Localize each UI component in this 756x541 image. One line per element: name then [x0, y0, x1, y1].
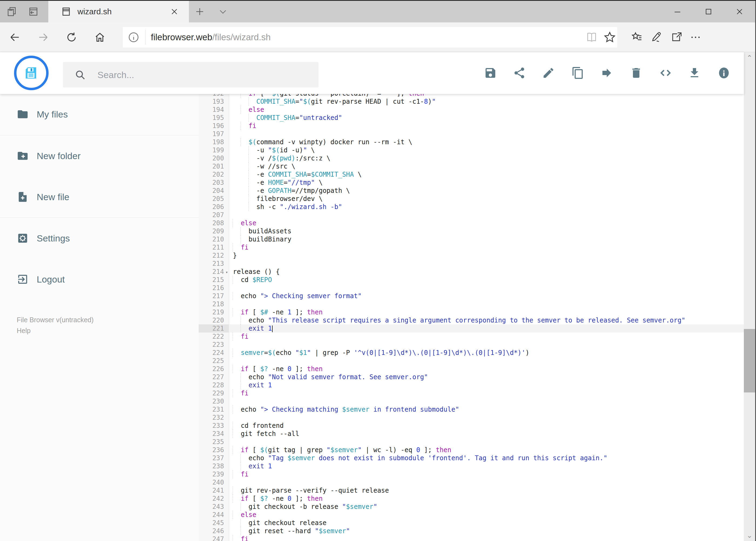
- code-line-239[interactable]: 239 fi: [199, 470, 744, 478]
- maximize-button[interactable]: [703, 7, 714, 16]
- more-menu-icon[interactable]: [690, 31, 701, 43]
- code-line-232[interactable]: 232: [199, 413, 744, 422]
- code-line-210[interactable]: 210 buildBinary: [199, 235, 744, 244]
- copy-button[interactable]: [568, 63, 588, 83]
- code-line-220[interactable]: 220 echo "This release script requires a…: [199, 316, 744, 324]
- code-line-225[interactable]: 225: [199, 357, 744, 365]
- code-line-212[interactable]: 212}: [199, 252, 744, 260]
- code-line-219[interactable]: 219 if [ $# -ne 1 ]; then: [199, 308, 744, 316]
- code-line-234[interactable]: 234 git fetch --all: [199, 430, 744, 438]
- code-line-197[interactable]: 197: [199, 130, 744, 138]
- code-line-238[interactable]: 238 exit 1: [199, 462, 744, 470]
- code-line-201[interactable]: 201 -w //src \: [199, 162, 744, 171]
- code-line-213[interactable]: 213: [199, 260, 744, 268]
- close-window-button[interactable]: [734, 7, 745, 16]
- code-line-195[interactable]: 195 COMMIT_SHA="untracked": [199, 114, 744, 122]
- code-line-194[interactable]: 194 else: [199, 106, 744, 114]
- restore-tabs-icon[interactable]: [28, 6, 38, 17]
- save-button[interactable]: [481, 63, 500, 83]
- code-line-200[interactable]: 200 -v /$(pwd):/src:z \: [199, 154, 744, 162]
- tab-close-icon[interactable]: [169, 7, 179, 16]
- web-notes-pen-icon[interactable]: [651, 31, 662, 43]
- info-button[interactable]: [714, 63, 734, 83]
- code-line-243[interactable]: 243 git checkout -b release "$semver": [199, 503, 744, 511]
- edit-button[interactable]: [539, 63, 558, 83]
- code-line-226[interactable]: 226 if [ $? -ne 0 ]; then: [199, 365, 744, 373]
- favorite-star-icon[interactable]: [603, 31, 616, 44]
- code-line-198[interactable]: 198 $(command -v winpty) docker run --rm…: [199, 138, 744, 146]
- home-icon[interactable]: [94, 31, 106, 43]
- code-line-240[interactable]: 240: [199, 478, 744, 486]
- page-scrollbar[interactable]: ⌃ ⌄: [744, 52, 755, 541]
- code-line-205[interactable]: 205 filebrowser/dev \: [199, 195, 744, 203]
- code-line-192[interactable]: 192 if [ "$(git status --porcelain)" = "…: [199, 94, 744, 98]
- fold-arrow-icon[interactable]: ▾: [225, 268, 229, 276]
- code-line-215[interactable]: 215 cd $REPO: [199, 276, 744, 284]
- code-line-233[interactable]: 233 cd frontend: [199, 422, 744, 430]
- favorites-hub-icon[interactable]: [631, 31, 643, 43]
- code-line-202[interactable]: 202 -e COMMIT_SHA=$COMMIT_SHA \: [199, 171, 744, 179]
- code-line-228[interactable]: 228 exit 1: [199, 381, 744, 389]
- help-link[interactable]: Help: [17, 327, 31, 335]
- url-bar[interactable]: filebrowser.web/files/wizard.sh: [123, 27, 617, 48]
- code-line-247[interactable]: 247 fi: [199, 535, 744, 541]
- code-line-196[interactable]: 196 fi: [199, 122, 744, 130]
- code-line-218[interactable]: 218: [199, 300, 744, 308]
- code-line-208[interactable]: 208 else: [199, 219, 744, 227]
- code-line-214[interactable]: 214▾release () {: [199, 268, 744, 276]
- scrollbar-thumb[interactable]: [744, 329, 755, 392]
- new-tab-icon[interactable]: [194, 6, 206, 18]
- code-line-242[interactable]: 242 if [ $? -ne 0 ]; then: [199, 495, 744, 503]
- code-line-241[interactable]: 241 git rev-parse --verify --quiet relea…: [199, 486, 744, 495]
- search-input[interactable]: Search...: [63, 62, 319, 88]
- delete-button[interactable]: [627, 63, 646, 83]
- code-line-224[interactable]: 224 semver=$(echo "$1" | grep -P '^v(0|[…: [199, 349, 744, 357]
- back-icon[interactable]: [9, 31, 21, 43]
- share-button[interactable]: [510, 63, 529, 83]
- tab-preview-chevron-icon[interactable]: [217, 7, 228, 16]
- forward-icon[interactable]: [37, 31, 49, 43]
- code-line-222[interactable]: 222 fi: [199, 332, 744, 340]
- set-aside-tabs-icon[interactable]: [7, 6, 18, 17]
- code-line-207[interactable]: 207: [199, 211, 744, 219]
- share-page-icon[interactable]: [671, 31, 682, 43]
- code-line-223[interactable]: 223: [199, 340, 744, 349]
- code-line-236[interactable]: 236 if [ $(git tag | grep "$semver" | wc…: [199, 446, 744, 454]
- scroll-up-icon[interactable]: ⌃: [744, 52, 755, 64]
- code-line-211[interactable]: 211 fi: [199, 244, 744, 252]
- sidebar-item-settings[interactable]: Settings: [0, 226, 199, 251]
- sidebar-item-new-file[interactable]: New file: [0, 185, 199, 209]
- code-line-221[interactable]: 221 exit 1: [199, 324, 744, 332]
- code-line-246[interactable]: 246 git reset --hard "$semver": [199, 527, 744, 535]
- code-line-206[interactable]: 206 sh -c "./wizard.sh -b": [199, 203, 744, 211]
- move-button[interactable]: [597, 63, 617, 83]
- sidebar-item-logout[interactable]: Logout: [0, 267, 199, 291]
- code-line-245[interactable]: 245 git checkout release: [199, 519, 744, 527]
- sidebar-item-new-folder[interactable]: New folder: [0, 144, 199, 168]
- download-button[interactable]: [685, 63, 704, 83]
- code-line-227[interactable]: 227 echo "Not valid semver format. See s…: [199, 373, 744, 381]
- filebrowser-logo[interactable]: [14, 56, 49, 90]
- code-line-216[interactable]: 216: [199, 284, 744, 292]
- reading-view-icon[interactable]: [586, 31, 598, 43]
- site-info-icon[interactable]: [127, 31, 139, 43]
- browser-tab[interactable]: wizard.sh: [48, 1, 189, 22]
- code-line-209[interactable]: 209 buildAssets: [199, 227, 744, 235]
- code-line-237[interactable]: 237 echo "Tag $semver does not exist in …: [199, 454, 744, 462]
- refresh-icon[interactable]: [66, 31, 78, 43]
- code-line-231[interactable]: 231 echo "> Checking matching $semver in…: [199, 405, 744, 413]
- code-line-229[interactable]: 229 fi: [199, 389, 744, 397]
- code-line-244[interactable]: 244 else: [199, 511, 744, 519]
- minimize-button[interactable]: [672, 7, 683, 16]
- code-line-230[interactable]: 230: [199, 397, 744, 405]
- code-line-217[interactable]: 217 echo "> Checking semver format": [199, 292, 744, 300]
- code-line-193[interactable]: 193 COMMIT_SHA="$(git rev-parse HEAD | c…: [199, 98, 744, 106]
- code-line-235[interactable]: 235: [199, 438, 744, 446]
- code-editor[interactable]: 192 if [ "$(git status --porcelain)" = "…: [199, 94, 744, 541]
- code-view-button[interactable]: [656, 63, 675, 83]
- code-line-199[interactable]: 199 -u "$(id -u)" \: [199, 146, 744, 154]
- sidebar-item-my-files[interactable]: My files: [0, 102, 199, 126]
- url-text[interactable]: filebrowser.web/files/wizard.sh: [151, 27, 271, 48]
- code-line-204[interactable]: 204 -e GOPATH=//tmp/gopath \: [199, 187, 744, 195]
- code-line-203[interactable]: 203 -e HOME="//tmp" \: [199, 179, 744, 187]
